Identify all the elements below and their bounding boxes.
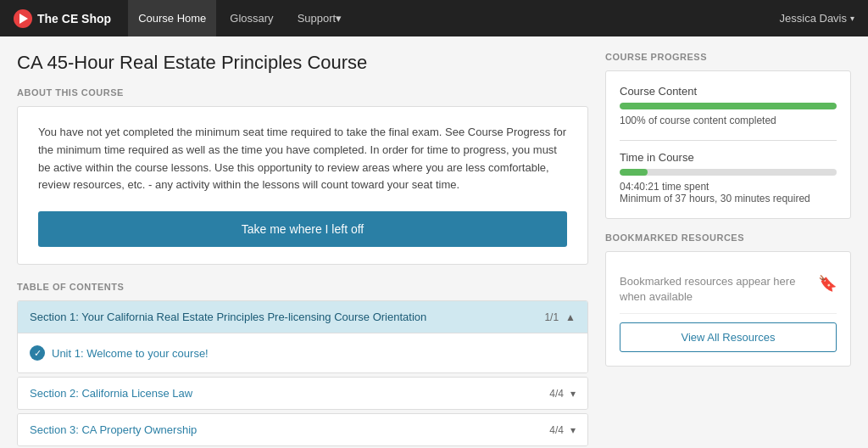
toc-chevron-2: ▾ [570, 388, 576, 400]
bookmarks-section-label: BOOKMARKED RESOURCES [605, 232, 851, 243]
course-content-progress: Course Content 100% of course content co… [620, 85, 837, 126]
progress-divider [620, 140, 837, 141]
toc-section: Section 1: Your California Real Estate P… [17, 300, 588, 448]
bookmarks-card: Bookmarked resources appear here when av… [605, 251, 851, 367]
progress-card: Course Content 100% of course content co… [605, 70, 851, 219]
cta-button[interactable]: Take me where I left off [38, 211, 567, 247]
toc-header-3[interactable]: Section 3: CA Property Ownership 4/4 ▾ [18, 414, 587, 445]
toc-count-2: 4/4 [549, 388, 564, 400]
progress-section-label: COURSE PROGRESS [605, 52, 851, 62]
course-content-bar-fill [620, 103, 837, 109]
navbar: The CE Shop Course Home Glossary Support… [0, 0, 868, 36]
course-content-label: Course Content [620, 85, 837, 98]
bookmark-placeholder: Bookmarked resources appear here when av… [620, 266, 837, 314]
nav-link-glossary[interactable]: Glossary [220, 0, 283, 36]
time-required-text: Minimum of 37 hours, 30 minutes required [620, 193, 837, 204]
about-section-label: ABOUT THIS COURSE [17, 87, 588, 98]
nav-link-support[interactable]: Support ▾ [287, 0, 353, 36]
user-menu[interactable]: Jessica Davis [780, 12, 854, 25]
toc-title-2: Section 2: California License Law [30, 387, 549, 400]
toc-count-3: 4/4 [549, 424, 564, 436]
logo-text: The CE Shop [37, 12, 111, 25]
nav-link-course-home[interactable]: Course Home [128, 0, 216, 36]
toc-section-label: TABLE OF CONTENTS [17, 282, 588, 292]
about-card: You have not yet completed the minimum s… [17, 106, 588, 265]
left-column: CA 45-Hour Real Estate Principles Course… [17, 52, 588, 448]
logo[interactable]: The CE Shop [14, 9, 111, 28]
page-content: CA 45-Hour Real Estate Principles Course… [0, 36, 868, 448]
toc-header-1[interactable]: Section 1: Your California Real Estate P… [18, 301, 587, 333]
toc-title-3: Section 3: CA Property Ownership [30, 423, 549, 436]
bookmark-icon: 🔖 [818, 274, 837, 293]
time-in-course-bar-track [620, 169, 837, 176]
toc-title-1: Section 1: Your California Real Estate P… [30, 311, 544, 323]
toc-item-2: Section 2: California License Law 4/4 ▾ [17, 377, 588, 410]
unit-label-1-1: Unit 1: Welcome to your course! [52, 347, 209, 360]
course-content-text: 100% of course content completed [620, 115, 837, 126]
page-title: CA 45-Hour Real Estate Principles Course [17, 52, 588, 74]
toc-body-1: ✓ Unit 1: Welcome to your course! [18, 333, 587, 372]
toc-header-2[interactable]: Section 2: California License Law 4/4 ▾ [18, 378, 587, 409]
view-all-resources-button[interactable]: View All Resources [620, 322, 837, 352]
bookmark-placeholder-text: Bookmarked resources appear here when av… [620, 274, 818, 305]
toc-count-1: 1/1 [544, 311, 559, 323]
time-in-course-bar-fill [620, 169, 648, 176]
toc-unit-1-1[interactable]: ✓ Unit 1: Welcome to your course! [30, 342, 576, 364]
toc-item-1: Section 1: Your California Real Estate P… [17, 300, 588, 373]
unit-check-icon: ✓ [30, 345, 45, 361]
toc-chevron-1: ▲ [565, 311, 576, 323]
time-in-course-label: Time in Course [620, 151, 837, 164]
toc-chevron-3: ▾ [570, 424, 576, 436]
about-text: You have not yet completed the minimum s… [38, 124, 567, 194]
logo-icon [14, 9, 32, 28]
time-in-course-progress: Time in Course 04:40:21 time spent Minim… [620, 151, 837, 204]
nav-links: Course Home Glossary Support ▾ [128, 0, 779, 36]
toc-item-3: Section 3: CA Property Ownership 4/4 ▾ [17, 413, 588, 446]
time-spent-text: 04:40:21 time spent [620, 181, 837, 193]
course-content-bar-track [620, 103, 837, 109]
right-column: COURSE PROGRESS Course Content 100% of c… [605, 52, 851, 448]
